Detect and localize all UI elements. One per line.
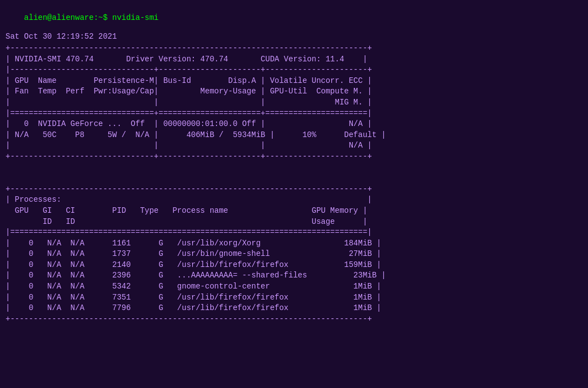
- smi-output: +---------------------------------------…: [6, 43, 582, 324]
- terminal-window: alien@alienware:~$ nvidia-smi Sat Oct 30…: [6, 4, 582, 324]
- prompt-line: alien@alienware:~$ nvidia-smi: [6, 4, 582, 31]
- prompt-user: alien@alienware:~$ nvidia-smi: [24, 13, 159, 22]
- timestamp: Sat Oct 30 12:19:52 2021: [6, 32, 582, 41]
